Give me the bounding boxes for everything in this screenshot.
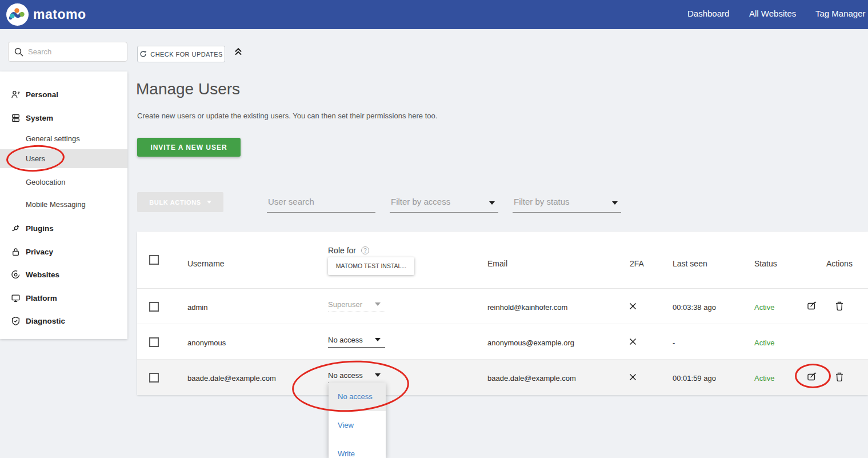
x-mark-icon — [629, 337, 637, 346]
caret-down-icon — [375, 338, 381, 341]
role-option-no-access[interactable]: No access — [329, 383, 386, 411]
filter-by-access-select[interactable]: Filter by access — [390, 193, 498, 213]
role-option-write[interactable]: Write — [329, 440, 386, 458]
role-option-view[interactable]: View — [329, 411, 386, 440]
filter-by-status-select[interactable]: Filter by status — [513, 193, 621, 213]
x-mark-icon — [629, 373, 637, 381]
sidebar-item-plugins[interactable]: Plugins — [0, 221, 127, 237]
caret-down-icon — [207, 201, 211, 204]
select-all-checkbox[interactable] — [149, 255, 159, 265]
email-cell: reinhold@kainhofer.com — [487, 303, 567, 312]
email-cell: anonymous@example.org — [487, 338, 574, 347]
brand-name: matomo — [33, 7, 86, 22]
topnav-dashboard[interactable]: Dashboard — [687, 9, 729, 18]
plug-icon — [11, 224, 21, 233]
header-email: Email — [487, 259, 507, 268]
header-role-for: Role for — [328, 246, 356, 255]
caret-down-icon — [375, 373, 381, 377]
role-select-open[interactable]: No access — [328, 370, 385, 380]
caret-down-icon — [375, 302, 381, 306]
caret-down-icon — [489, 201, 495, 205]
topnav-all-websites[interactable]: All Websites — [749, 9, 796, 18]
search-icon — [14, 47, 24, 57]
table-row: anonymous No access anonymous@example.or… — [137, 324, 868, 360]
page-title: Manage Users — [136, 80, 240, 98]
username-cell: anonymous — [187, 338, 226, 347]
refresh-icon — [139, 50, 147, 58]
globe-icon — [11, 270, 21, 280]
sidebar-item-privacy[interactable]: Privacy — [0, 244, 127, 260]
last-seen-cell: - — [673, 338, 675, 347]
header-status: Status — [754, 259, 777, 268]
last-seen-cell: 00:03:38 ago — [673, 303, 716, 312]
users-table: Username Role for ? MATOMO TEST INSTAL..… — [137, 232, 868, 395]
header-2fa: 2FA — [630, 259, 644, 268]
sidebar-item-general-settings[interactable]: General settings — [0, 132, 127, 146]
sidebar-item-mobile-messaging[interactable]: Mobile Messaging — [0, 197, 127, 212]
row-checkbox[interactable] — [149, 337, 159, 347]
role-select[interactable]: Superuser — [328, 299, 385, 309]
role-dropdown-menu: No access View Write — [329, 383, 386, 458]
server-icon — [11, 113, 21, 123]
lock-icon — [11, 247, 21, 257]
header-actions: Actions — [826, 259, 853, 268]
sidebar-item-websites[interactable]: Websites — [0, 267, 127, 283]
help-icon[interactable]: ? — [361, 246, 369, 254]
email-cell: baade.dale@example.com — [487, 374, 576, 383]
sidebar-item-platform[interactable]: Platform — [0, 290, 127, 306]
chevron-double-up-icon[interactable] — [233, 46, 243, 57]
last-seen-cell: 00:01:59 ago — [673, 374, 716, 383]
page-description: Create new users or update the existing … — [137, 111, 437, 120]
monitor-icon — [11, 293, 21, 303]
role-select[interactable]: No access — [328, 334, 385, 345]
status-badge: Active — [754, 303, 774, 312]
matomo-logo-icon — [6, 3, 29, 26]
x-mark-icon — [629, 302, 637, 310]
sidebar-item-diagnostic[interactable]: Diagnostic — [0, 313, 127, 329]
sidebar-item-geolocation[interactable]: Geolocation — [0, 175, 127, 190]
edit-user-button[interactable] — [807, 301, 817, 311]
topnav-tag-manager[interactable]: Tag Manager — [815, 9, 866, 18]
username-cell: admin — [187, 303, 207, 312]
row-checkbox[interactable] — [149, 302, 159, 312]
sidebar-search — [8, 42, 127, 62]
invite-new-user-button[interactable]: INVITE A NEW USER — [137, 138, 241, 157]
admin-sidebar: Personal System General settings Users G… — [0, 71, 127, 339]
person-icon — [11, 90, 21, 99]
sidebar-item-users[interactable]: Users — [0, 149, 127, 168]
row-checkbox[interactable] — [149, 373, 159, 383]
status-badge: Active — [754, 374, 774, 383]
sidebar-item-personal[interactable]: Personal — [0, 87, 127, 103]
delete-user-button[interactable] — [835, 301, 844, 311]
table-header-row: Username Role for ? MATOMO TEST INSTAL..… — [137, 232, 868, 289]
header-username: Username — [187, 259, 225, 268]
topbar: matomo Dashboard All Websites Tag Manage… — [0, 0, 868, 29]
bulk-actions-button[interactable]: BULK ACTIONS — [137, 192, 223, 212]
role-site-selector[interactable]: MATOMO TEST INSTAL... — [328, 257, 414, 275]
username-cell: baade.dale@example.com — [187, 374, 276, 383]
table-row: baade.dale@example.com No access baade.d… — [137, 360, 868, 395]
edit-user-button[interactable] — [807, 372, 817, 382]
header-last-seen: Last seen — [673, 259, 707, 268]
search-input[interactable] — [28, 42, 125, 61]
status-badge: Active — [754, 338, 774, 347]
user-search-field[interactable]: User search — [267, 193, 375, 213]
shield-check-icon — [11, 316, 21, 326]
check-for-updates-button[interactable]: CHECK FOR UPDATES — [137, 46, 225, 62]
caret-down-icon — [612, 201, 618, 205]
sidebar-item-system[interactable]: System — [0, 110, 127, 126]
table-row: admin Superuser reinhold@kainhofer.com 0… — [137, 289, 868, 324]
matomo-logo[interactable]: matomo — [6, 3, 86, 26]
delete-user-button[interactable] — [835, 372, 844, 382]
